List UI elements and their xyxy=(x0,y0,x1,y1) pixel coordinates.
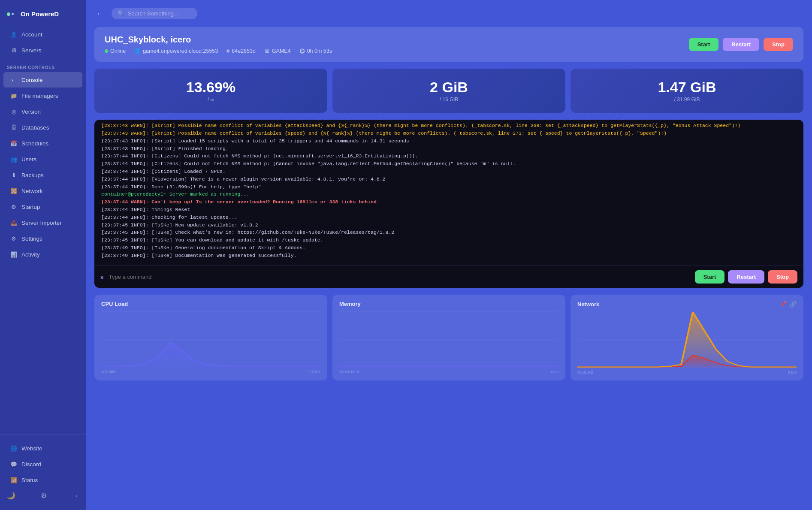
server-actions: Start Restart Stop xyxy=(689,38,793,51)
console-input-row: » Start Restart Stop xyxy=(94,266,803,288)
sidebar-item-activity[interactable]: 📊 Activity xyxy=(3,247,82,262)
backups-icon: ⬇ xyxy=(10,172,17,178)
console-line: [23:37:45 INFO]: [TuSKe] New update avai… xyxy=(101,221,797,229)
website-icon: 🌐 xyxy=(10,445,17,452)
sidebar-bottom: 🌐 Website 💬 Discord 📶 Status 🌙 ⚙ → xyxy=(0,435,86,503)
sidebar-nav-controls: ›_ Console 📁 File managers ◎ Version 🗄 D… xyxy=(0,72,86,263)
sidebar-item-schedules[interactable]: 📅 Schedules xyxy=(3,136,82,151)
chart-network-svg xyxy=(577,312,797,368)
sidebar-item-label: Version xyxy=(21,109,41,115)
sidebar-item-label: Network xyxy=(21,188,43,194)
sidebar-item-label: Status xyxy=(21,477,38,483)
sidebar-item-file-managers[interactable]: 📁 File managers xyxy=(3,88,82,103)
console-line: [23:37:43 INFO]: [Skript] Finished loadi… xyxy=(101,145,797,153)
chart-cpu-title: CPU Load xyxy=(101,301,320,307)
server-game: 🖥 GAME4 xyxy=(264,48,291,54)
logo-dot-purple xyxy=(12,13,14,15)
back-button[interactable]: ← xyxy=(94,7,106,20)
sidebar-item-settings[interactable]: ⚙ Settings xyxy=(3,231,82,246)
sidebar-item-console[interactable]: ›_ Console xyxy=(3,72,82,88)
console-line: [23:37:44 INFO]: Checking for latest upd… xyxy=(101,214,797,221)
stat-card-memory: 2 GiB / 16 GiB xyxy=(332,69,565,113)
startup-icon: ⚙ xyxy=(10,203,17,210)
network-pin-icon[interactable]: 📌 xyxy=(779,301,787,308)
server-address-label: game4.onpowered.cloud:25553 xyxy=(143,48,218,54)
servers-icon: 🖥 xyxy=(10,47,17,54)
game-icon: 🖥 xyxy=(264,48,270,54)
gear-icon[interactable]: ⚙ xyxy=(41,492,47,500)
sidebar: On PowereD 👤 Account 🖥 Servers SERVER CO… xyxy=(0,0,86,510)
logout-icon[interactable]: → xyxy=(72,492,79,500)
console-line: [23:37:49 INFO]: [TuSKe] Documentation w… xyxy=(101,252,797,260)
console-line: [23:37:44 INFO]: Done (31.599s)! For hel… xyxy=(101,183,797,191)
start-button[interactable]: Start xyxy=(689,38,719,51)
console-restart-button[interactable]: Restart xyxy=(728,270,764,284)
console-line: [23:37:45 INFO]: [TuSKe] You can downloa… xyxy=(101,236,797,244)
server-uptime-label: 0h 0m 53s xyxy=(307,48,332,54)
console-line: [23:37:43 INFO]: [Skript] Loaded 15 scri… xyxy=(101,137,797,145)
cpu-y-max: 100.00% xyxy=(101,370,117,374)
sidebar-item-server-importer[interactable]: 📥 Server Importer xyxy=(3,215,82,230)
stat-card-cpu: 13.69% / ∞ xyxy=(94,69,327,113)
network-link-icon[interactable]: 🔗 xyxy=(789,301,797,308)
console-input[interactable] xyxy=(109,274,690,280)
console-line: [23:37:44 INFO]: Timings Reset xyxy=(101,206,797,214)
moon-icon[interactable]: 🌙 xyxy=(7,492,15,500)
console-line: [23:37:44 WARN]: Can't keep up! Is the s… xyxy=(101,198,797,206)
sidebar-item-users[interactable]: 👥 Users xyxy=(3,151,82,167)
sidebar-item-servers[interactable]: 🖥 Servers xyxy=(3,42,82,58)
app-title: On PowereD xyxy=(21,10,59,18)
sidebar-item-databases[interactable]: 🗄 Databases xyxy=(3,120,82,135)
server-game-label: GAME4 xyxy=(272,48,291,54)
uptime-icon: ⏻ xyxy=(299,48,305,54)
console-line: [23:37:44 INFO]: [Citizens] Could not fe… xyxy=(101,160,797,168)
search-icon: 🔍 xyxy=(118,10,124,17)
console-line: container@pterodactyl~ Server marked as … xyxy=(101,190,797,198)
logo-dot-green xyxy=(7,12,10,16)
network-y-max: 66.31 KB xyxy=(577,370,593,374)
chart-cpu-svg xyxy=(101,311,320,367)
sidebar-item-website[interactable]: 🌐 Website xyxy=(3,441,82,456)
server-address: 🌐 game4.onpowered.cloud:25553 xyxy=(134,48,218,54)
server-status-label: Online xyxy=(110,48,126,54)
discord-icon: 💬 xyxy=(10,461,17,468)
sidebar-item-label: Backups xyxy=(21,172,44,178)
sidebar-item-status[interactable]: 📶 Status xyxy=(3,472,82,488)
sidebar-item-startup[interactable]: ⚙ Startup xyxy=(3,199,82,214)
charts-row: CPU Load 100.00% 0.029% Memory xyxy=(94,295,803,380)
console-line: [23:37:44 INFO]: [ViaVersion] There is a… xyxy=(101,175,797,183)
sidebar-item-network[interactable]: 🔀 Network xyxy=(3,183,82,199)
console-prompt: » xyxy=(100,274,104,281)
status-icon: 📶 xyxy=(10,477,17,483)
address-icon: 🌐 xyxy=(134,48,141,54)
search-bar[interactable]: 🔍 xyxy=(112,8,197,19)
topbar: ← 🔍 xyxy=(94,7,803,20)
stat-cpu-sub: / ∞ xyxy=(103,97,319,103)
app-logo: On PowereD xyxy=(0,7,86,26)
chart-network: Network 📌 🔗 66.31 K xyxy=(571,295,803,380)
sidebar-nav-top: 👤 Account 🖥 Servers xyxy=(0,26,86,58)
search-input[interactable] xyxy=(128,10,188,17)
databases-icon: 🗄 xyxy=(10,124,17,131)
console-line: [23:37:49 INFO]: [TuSKe] Generating docu… xyxy=(101,244,797,252)
sidebar-item-label: Console xyxy=(21,77,43,83)
restart-button[interactable]: Restart xyxy=(723,38,759,51)
stop-button[interactable]: Stop xyxy=(764,38,793,51)
console-icon: ›_ xyxy=(10,76,17,83)
file-managers-icon: 📁 xyxy=(10,92,17,99)
console-actions: Start Restart Stop xyxy=(695,270,797,284)
console-start-button[interactable]: Start xyxy=(695,270,725,284)
stat-memory-sub: / 16 GiB xyxy=(341,97,557,103)
sidebar-item-backups[interactable]: ⬇ Backups xyxy=(3,167,82,183)
sidebar-item-account[interactable]: 👤 Account xyxy=(3,27,82,42)
schedules-icon: 📅 xyxy=(10,140,17,147)
console-stop-button[interactable]: Stop xyxy=(768,270,797,284)
console-line: [23:37:43 WARN]: [Skript] Possible name … xyxy=(101,122,797,130)
status-dot xyxy=(105,49,108,53)
sidebar-item-version[interactable]: ◎ Version xyxy=(3,104,82,119)
console-line: [23:37:44 INFO]: [Citizens] Loaded 7 NPC… xyxy=(101,168,797,175)
sidebar-item-discord[interactable]: 💬 Discord xyxy=(3,456,82,472)
server-hash-label: 84e2853d xyxy=(232,48,256,54)
sidebar-item-label: Activity xyxy=(21,251,40,258)
settings-icon: ⚙ xyxy=(10,235,17,242)
